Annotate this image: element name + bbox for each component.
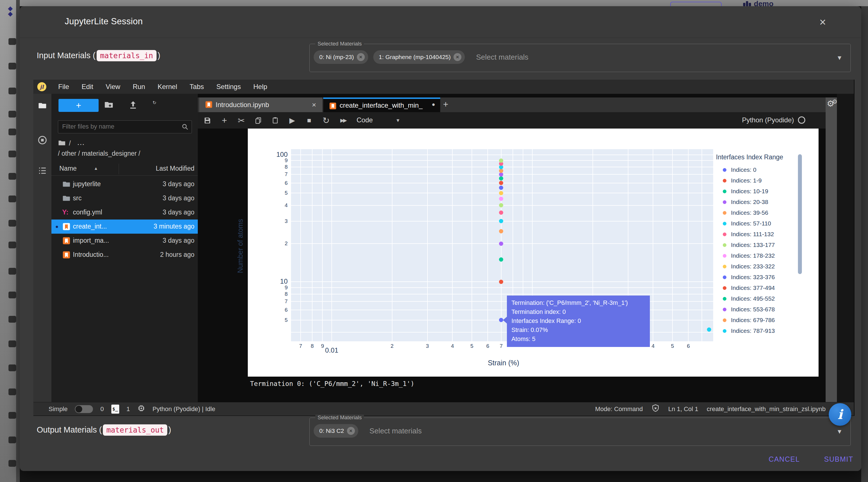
legend-entry[interactable]: Indices: 377-494 — [716, 283, 802, 293]
legend-entry[interactable]: Indices: 679-786 — [716, 315, 802, 325]
cell-type-select[interactable]: Code — [356, 116, 373, 124]
output-materials-select[interactable]: Selected Materials 0: Ni3 C2×Select mate… — [309, 418, 851, 446]
upload-icon[interactable] — [128, 100, 138, 111]
file-row[interactable]: ●create_int...3 minutes ago — [52, 220, 198, 234]
menu-help[interactable]: Help — [247, 83, 273, 91]
save-icon[interactable] — [201, 112, 214, 129]
legend-entry[interactable]: Indices: 1-9 — [716, 175, 802, 186]
legend-entry[interactable]: Indices: 787-913 — [716, 325, 802, 333]
legend-entry[interactable]: Indices: 133-177 — [716, 239, 802, 250]
chevron-down-icon[interactable]: ▼ — [836, 54, 843, 62]
file-row[interactable]: import_ma...3 days ago — [52, 234, 198, 248]
input-material-chip[interactable]: 0: Ni (mp-23)× — [314, 50, 368, 64]
legend-entry[interactable]: Indices: 39-56 — [716, 207, 802, 218]
input-material-placeholder[interactable]: Select materials — [476, 53, 528, 62]
gridline-x — [672, 149, 673, 341]
refresh-icon[interactable]: ↻ — [153, 100, 156, 105]
file-row[interactable]: Introductio...2 hours ago — [52, 248, 198, 262]
filter-files-input[interactable] — [58, 120, 192, 133]
breadcrumb-root[interactable]: / — [69, 139, 71, 147]
output-material-placeholder[interactable]: Select materials — [370, 427, 422, 436]
close-icon[interactable]: × — [819, 17, 826, 28]
y-tick-label: 8 — [259, 164, 288, 170]
chevron-down-icon[interactable]: ▼ — [836, 428, 843, 436]
legend-entry[interactable]: Indices: 0 — [716, 164, 802, 175]
kernel-status-icon[interactable] — [798, 117, 805, 124]
restart-run-all-icon[interactable]: ▶▶ — [337, 112, 349, 129]
new-launcher-button[interactable]: + — [59, 99, 99, 112]
trust-shield-icon[interactable] — [651, 404, 660, 414]
chip-remove-icon[interactable]: × — [454, 53, 461, 61]
legend-entry[interactable]: Indices: 233-322 — [716, 261, 802, 272]
file-row[interactable]: src3 days ago — [52, 191, 198, 205]
kernel-status-text[interactable]: Python (Pyodide) | Idle — [153, 406, 215, 413]
copy-cells-icon[interactable] — [252, 112, 265, 129]
cut-cells-icon[interactable]: ✂ — [235, 112, 248, 129]
input-material-chip[interactable]: 1: Graphene (mp-1040425)× — [373, 50, 465, 64]
legend-entry[interactable]: Indices: 57-110 — [716, 218, 802, 229]
file-name: jupyterlite — [73, 180, 101, 188]
chip-remove-icon[interactable]: × — [357, 53, 365, 61]
table-of-contents-icon[interactable] — [38, 166, 47, 176]
run-cell-icon[interactable]: ▶ — [286, 112, 299, 129]
background-sidebar-icon — [8, 111, 16, 118]
background-outlined-button[interactable] — [670, 2, 722, 6]
stop-kernel-icon[interactable]: ■ — [303, 112, 315, 129]
chevron-down-icon[interactable]: ▼ — [396, 118, 400, 124]
file-row[interactable]: Y:config.yml3 days ago — [52, 205, 198, 220]
output-material-chip[interactable]: 0: Ni3 C2× — [314, 424, 358, 438]
column-last-modified[interactable]: Last Modified — [156, 165, 194, 172]
input-materials-label: Input Materials (materials_in) — [37, 51, 160, 60]
breadcrumb-home-icon[interactable] — [58, 139, 66, 148]
cursor-position[interactable]: Ln 1, Col 1 — [668, 406, 698, 413]
file-browser-icon[interactable] — [38, 101, 47, 111]
legend-entry[interactable]: Indices: 323-376 — [716, 272, 802, 283]
submit-button[interactable]: SUBMIT — [824, 455, 853, 463]
cancel-button[interactable]: CANCEL — [769, 455, 800, 463]
breadcrumb-ellipsis[interactable]: … — [77, 138, 85, 147]
legend-entry[interactable]: Indices: 20-38 — [716, 197, 802, 207]
legend-entry[interactable]: Indices: 111-132 — [716, 229, 802, 239]
tab-introduction-ipynb[interactable]: Introduction.ipynb × — [199, 97, 323, 112]
legend-label: Indices: 0 — [731, 166, 756, 173]
menu-run[interactable]: Run — [127, 83, 151, 91]
menu-view[interactable]: View — [99, 83, 127, 91]
terminal-icon[interactable]: $_ — [111, 405, 119, 414]
insert-cell-icon[interactable]: + — [218, 112, 230, 129]
legend-label: Indices: 323-376 — [731, 274, 775, 281]
filter-files-field[interactable] — [58, 121, 181, 132]
info-button[interactable]: i — [829, 403, 851, 426]
sort-ascending-icon[interactable]: ▲ — [94, 166, 98, 171]
legend-swatch — [723, 318, 726, 322]
legend-entry[interactable]: Indices: 178-232 — [716, 250, 802, 261]
breadcrumb-path[interactable]: / other / materials_designer / — [58, 150, 140, 157]
new-folder-icon[interactable] — [104, 100, 114, 111]
input-materials-select[interactable]: Selected Materials 0: Ni (mp-23)×1: Grap… — [309, 44, 851, 72]
legend-label: Indices: 553-678 — [731, 306, 775, 313]
background-sidebar-icon — [8, 388, 16, 395]
legend-entry[interactable]: Indices: 10-19 — [716, 186, 802, 197]
legend-title: Interfaces Index Range — [716, 152, 802, 164]
tab-create-interface-notebook[interactable]: create_interface_with_min_ ● — [323, 97, 440, 112]
new-tab-icon[interactable]: + — [443, 99, 448, 109]
file-row[interactable]: jupyterlite3 days ago — [52, 177, 198, 191]
restart-kernel-icon[interactable]: ↻ — [320, 112, 332, 129]
menu-tabs[interactable]: Tabs — [183, 83, 210, 91]
command-mode-label[interactable]: Mode: Command — [595, 406, 643, 413]
cpu-icon[interactable] — [137, 404, 145, 414]
simple-mode-toggle[interactable] — [75, 405, 93, 413]
running-kernels-icon[interactable] — [38, 136, 47, 146]
legend-entry[interactable]: Indices: 553-678 — [716, 304, 802, 315]
paste-cells-icon[interactable] — [269, 112, 281, 129]
unsaved-changes-dot[interactable]: ● — [432, 101, 435, 108]
menu-edit[interactable]: Edit — [75, 83, 99, 91]
kernel-name[interactable]: Python (Pyodide) — [742, 116, 794, 124]
legend-scrollbar[interactable] — [798, 154, 802, 274]
legend-entry[interactable]: Indices: 495-552 — [716, 293, 802, 304]
menu-kernel[interactable]: Kernel — [151, 83, 183, 91]
chip-remove-icon[interactable]: × — [347, 427, 355, 435]
tab-close-icon[interactable]: × — [312, 101, 316, 109]
column-name[interactable]: Name — [59, 165, 76, 172]
menu-file[interactable]: File — [52, 83, 75, 91]
menu-settings[interactable]: Settings — [210, 83, 247, 91]
